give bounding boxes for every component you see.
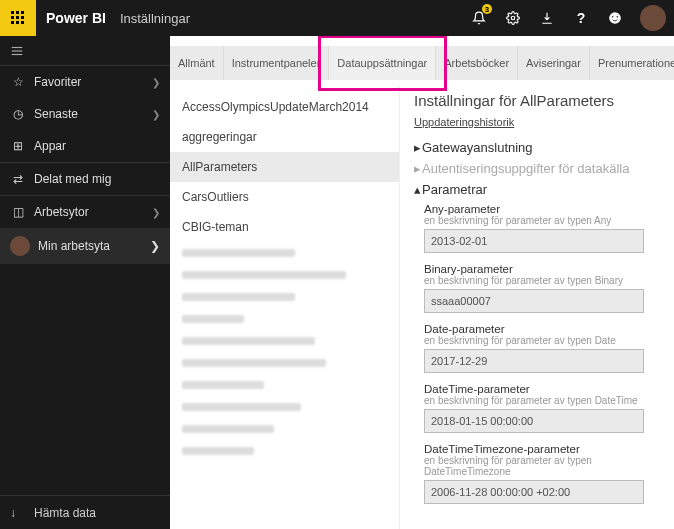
dataset-item-redacted [170,440,399,462]
nav-collapse-toggle[interactable] [0,36,170,66]
nav-label: Delat med mig [34,172,160,186]
parameter-input[interactable] [424,289,644,313]
user-avatar[interactable] [640,5,666,31]
tab-subscriptions[interactable]: Prenumerationer [590,46,674,80]
tab-datasets[interactable]: Datauppsättningar [329,46,436,80]
svg-point-9 [511,16,515,20]
notifications-button[interactable]: 3 [462,0,496,36]
parameter-input[interactable] [424,480,644,504]
nav-shared[interactable]: ⇄ Delat med mig [0,163,170,195]
parameter-desc: en beskrivning för parameter av typen Da… [424,455,660,477]
parameter-name: Any-parameter [424,203,660,215]
parameter-row: DateTime-parameter en beskrivning för pa… [424,383,660,433]
svg-rect-5 [21,16,24,19]
parameter-row: Any-parameter en beskrivning för paramet… [424,203,660,253]
parameter-row: DateTimeTimezone-parameter en beskrivnin… [424,443,660,504]
caret-right-icon: ▸ [414,161,422,176]
nav-label: Min arbetsyta [38,239,150,253]
nav-label: Appar [34,139,160,153]
share-icon: ⇄ [10,172,26,186]
workspace-avatar [10,236,30,256]
parameter-name: DateTimeTimezone-parameter [424,443,660,455]
dataset-item-redacted [170,352,399,374]
dataset-item-redacted [170,418,399,440]
dataset-item[interactable]: AllParameters [170,152,399,182]
tab-dashboards[interactable]: Instrumentpaneler [224,46,330,80]
chevron-down-icon: ❯ [150,239,160,253]
download-icon: ↓ [10,506,26,520]
nav-my-workspace[interactable]: Min arbetsyta ❯ [0,228,170,264]
app-launcher[interactable] [0,0,36,36]
top-bar: Power BI Inställningar 3 ? [0,0,674,36]
svg-rect-0 [11,11,14,14]
parameter-row: Binary-parameter en beskrivning för para… [424,263,660,313]
help-button[interactable]: ? [564,0,598,36]
dataset-item[interactable]: CBIG-teman [170,212,399,242]
dataset-item-redacted [170,264,399,286]
nav-recent[interactable]: ◷ Senaste ❯ [0,98,170,130]
parameter-name: DateTime-parameter [424,383,660,395]
dataset-item[interactable]: AccessOlympicsUpdateMarch2014 [170,92,399,122]
parameter-name: Binary-parameter [424,263,660,275]
dataset-item[interactable]: aggregeringar [170,122,399,152]
svg-point-11 [612,16,614,18]
chevron-right-icon: ❯ [152,109,160,120]
dataset-item-redacted [170,242,399,264]
section-parameters[interactable]: ▴Parametrar [414,182,660,197]
parameter-input[interactable] [424,349,644,373]
chevron-right-icon: ❯ [152,77,160,88]
dataset-item-redacted [170,374,399,396]
dataset-item-redacted [170,308,399,330]
star-icon: ☆ [10,75,26,89]
download-button[interactable] [530,0,564,36]
brand-label: Power BI [36,10,116,26]
svg-rect-4 [16,16,19,19]
dataset-item-redacted [170,330,399,352]
parameter-desc: en beskrivning för parameter av typen Bi… [424,275,660,286]
dataset-item-redacted [170,286,399,308]
parameter-input[interactable] [424,409,644,433]
parameter-desc: en beskrivning för parameter av typen Da… [424,395,660,406]
dataset-item-redacted [170,396,399,418]
svg-rect-3 [11,16,14,19]
parameter-input[interactable] [424,229,644,253]
svg-point-12 [617,16,619,18]
refresh-history-link[interactable]: Uppdateringshistorik [414,116,514,128]
dataset-list: AccessOlympicsUpdateMarch2014 aggregerin… [170,86,400,529]
svg-rect-2 [21,11,24,14]
nav-label: Senaste [34,107,152,121]
section-credentials[interactable]: ▸Autentiseringsuppgifter för datakälla [414,161,660,176]
parameter-name: Date-parameter [424,323,660,335]
apps-icon: ⊞ [10,139,26,153]
tab-alerts[interactable]: Aviseringar [518,46,590,80]
clock-icon: ◷ [10,107,26,121]
parameter-row: Date-parameter en beskrivning för parame… [424,323,660,373]
notification-badge: 3 [482,4,492,14]
content-area: Allmänt Instrumentpaneler Datauppsättnin… [170,36,674,529]
svg-rect-6 [11,21,14,24]
parameter-desc: en beskrivning för parameter av typen Da… [424,335,660,346]
nav-apps[interactable]: ⊞ Appar [0,130,170,162]
dataset-detail: Inställningar för AllParameters Uppdater… [400,86,674,529]
caret-down-icon: ▴ [414,182,422,197]
settings-tabs: Allmänt Instrumentpaneler Datauppsättnin… [170,46,674,80]
svg-rect-7 [16,21,19,24]
nav-workspaces[interactable]: ◫ Arbetsytor ❯ [0,196,170,228]
caret-right-icon: ▸ [414,140,422,155]
nav-favorites[interactable]: ☆ Favoriter ❯ [0,66,170,98]
settings-button[interactable] [496,0,530,36]
workspace-icon: ◫ [10,205,26,219]
dataset-item[interactable]: CarsOutliers [170,182,399,212]
nav-label: Hämta data [34,506,96,520]
tab-general[interactable]: Allmänt [170,46,224,80]
svg-rect-8 [21,21,24,24]
detail-heading: Inställningar för AllParameters [414,92,660,109]
nav-label: Favoriter [34,75,152,89]
feedback-button[interactable] [598,0,632,36]
svg-point-10 [609,12,621,24]
nav-get-data[interactable]: ↓ Hämta data [0,495,170,529]
page-title: Inställningar [116,11,190,26]
left-nav: ☆ Favoriter ❯ ◷ Senaste ❯ ⊞ Appar ⇄ Dela… [0,36,170,529]
tab-workbooks[interactable]: Arbetsböcker [436,46,518,80]
section-gateway[interactable]: ▸Gatewayanslutning [414,140,660,155]
